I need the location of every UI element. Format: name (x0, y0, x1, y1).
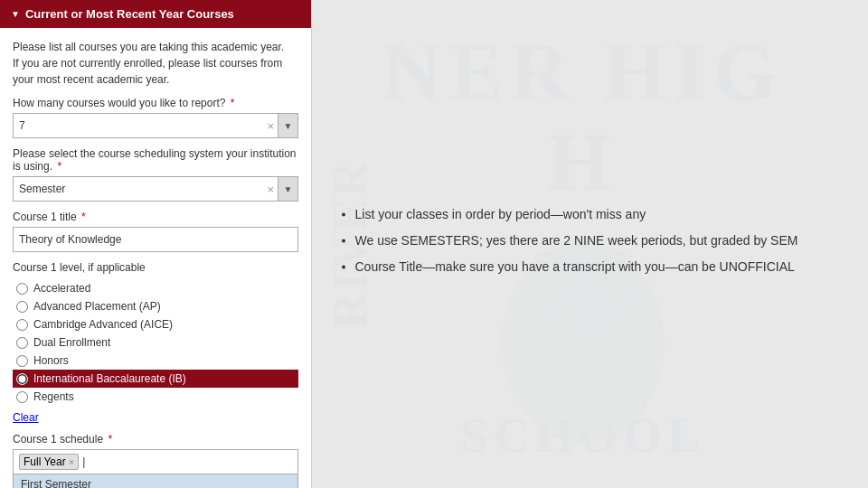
scheduling-label: Please select the course scheduling syst… (13, 147, 298, 173)
collapse-triangle[interactable]: ▼ (11, 9, 20, 19)
courses-question-label: How many courses would you like to repor… (13, 97, 298, 109)
section-title: Current or Most Recent Year Courses (25, 7, 234, 21)
schedule-tag-remove[interactable]: × (69, 456, 74, 467)
clear-link[interactable]: Clear (13, 411, 39, 424)
scheduling-dropdown-icon[interactable]: ▼ (278, 177, 297, 201)
course-level-label: Course 1 level, if applicable (13, 261, 298, 274)
schedule-dropdown: First Semester (13, 474, 298, 488)
courses-select[interactable]: 7 × ▼ (13, 113, 298, 138)
bullet-2: We use SEMESTERS; yes there are 2 NINE w… (355, 231, 844, 250)
level-accelerated[interactable]: Accelerated (13, 279, 298, 297)
course-title-input[interactable] (13, 227, 298, 252)
schedule-cursor: | (82, 455, 85, 468)
level-cambridge[interactable]: Cambridge Advanced (AICE) (13, 315, 298, 333)
course-level-radio-group: Accelerated Advanced Placement (AP) Camb… (13, 279, 298, 406)
scheduling-select[interactable]: Semester × ▼ (13, 176, 298, 202)
level-ib[interactable]: International Baccalaureate (IB) (13, 370, 298, 388)
svg-text:SCHOOL: SCHOOL (460, 408, 705, 463)
schedule-tag: Full Year × (19, 454, 79, 470)
required-marker: * (231, 97, 235, 109)
svg-text:NER HIG: NER HIG (382, 27, 784, 117)
bullet-3: Course Title—make sure you have a transc… (355, 258, 844, 277)
scheduling-required: * (57, 160, 61, 173)
scheduling-value: Semester (14, 176, 263, 202)
form-body: Please list all courses you are taking t… (0, 28, 311, 488)
schedule-first-semester[interactable]: First Semester (14, 474, 297, 488)
level-ap[interactable]: Advanced Placement (AP) (13, 297, 298, 315)
scheduling-clear-icon[interactable]: × (263, 183, 278, 196)
svg-text:H: H (548, 117, 618, 207)
schedule-label: Course 1 schedule * (13, 433, 298, 446)
description-text: Please list all courses you are taking t… (13, 39, 298, 88)
right-panel: NER HIG H SCHOOL RIVER List your classes… (312, 0, 868, 488)
level-dual[interactable]: Dual Enrollment (13, 333, 298, 352)
bullet-1: List your classes in order by period—won… (355, 205, 844, 224)
section-header: ▼ Current or Most Recent Year Courses (0, 0, 311, 28)
course-title-required: * (81, 211, 86, 223)
schedule-tag-input[interactable]: Full Year × | (13, 449, 298, 474)
courses-value: 7 (14, 113, 263, 138)
level-honors[interactable]: Honors (13, 352, 298, 370)
level-regents[interactable]: Regents (13, 388, 298, 406)
courses-clear-icon[interactable]: × (263, 119, 278, 133)
bullets-overlay: List your classes in order by period—won… (337, 205, 844, 284)
course-title-label: Course 1 title * (13, 211, 298, 223)
courses-dropdown-icon[interactable]: ▼ (278, 114, 297, 137)
bullet-list: List your classes in order by period—won… (337, 205, 844, 277)
schedule-required: * (108, 433, 112, 446)
left-panel: ▼ Current or Most Recent Year Courses Pl… (0, 0, 312, 488)
